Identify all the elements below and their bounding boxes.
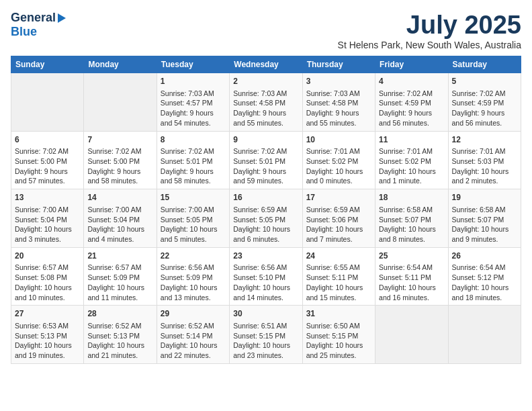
logo-general-text: General	[11, 11, 56, 25]
day-number: 6	[15, 134, 80, 146]
day-number: 8	[161, 134, 226, 146]
day-info: Daylight: 10 hours and 4 minutes.	[87, 224, 152, 244]
day-info: Sunrise: 7:02 AM	[161, 146, 226, 156]
day-info: Sunrise: 7:03 AM	[161, 89, 226, 99]
logo: General Blue	[11, 11, 66, 39]
calendar-cell	[84, 73, 157, 132]
calendar-cell: 12Sunrise: 7:01 AMSunset: 5:03 PMDayligh…	[448, 131, 521, 189]
column-header-saturday: Saturday	[448, 56, 521, 73]
calendar-week-2: 6Sunrise: 7:02 AMSunset: 5:00 PMDaylight…	[11, 131, 521, 189]
day-number: 2	[233, 76, 298, 87]
calendar-cell	[375, 306, 448, 364]
day-info: Sunrise: 7:00 AM	[87, 205, 152, 215]
day-info: Sunrise: 6:57 AM	[15, 263, 80, 273]
calendar-cell: 21Sunrise: 6:57 AMSunset: 5:09 PMDayligh…	[84, 247, 157, 306]
title-block: July 2025 St Helens Park, New South Wale…	[338, 11, 521, 50]
day-info: Sunrise: 6:54 AM	[452, 263, 517, 273]
day-info: Daylight: 10 hours and 7 minutes.	[306, 224, 371, 244]
day-info: Sunset: 5:07 PM	[379, 215, 444, 225]
day-number: 25	[379, 250, 444, 262]
day-number: 18	[379, 192, 444, 203]
day-info: Sunrise: 6:54 AM	[379, 263, 444, 273]
calendar-cell: 2Sunrise: 7:03 AMSunset: 4:58 PMDaylight…	[230, 73, 302, 132]
day-info: Sunrise: 7:02 AM	[87, 146, 152, 156]
column-header-monday: Monday	[84, 56, 157, 73]
calendar-cell: 29Sunrise: 6:52 AMSunset: 5:14 PMDayligh…	[157, 306, 229, 364]
day-number: 23	[233, 250, 298, 262]
logo-arrow-icon	[58, 13, 66, 23]
day-info: Sunset: 4:58 PM	[233, 98, 298, 108]
day-number: 28	[87, 308, 152, 320]
day-info: Daylight: 10 hours and 22 minutes.	[161, 340, 226, 360]
calendar-title: July 2025	[338, 11, 521, 40]
day-number: 20	[15, 250, 80, 262]
calendar-cell: 24Sunrise: 6:55 AMSunset: 5:11 PMDayligh…	[302, 247, 375, 306]
day-info: Daylight: 10 hours and 8 minutes.	[379, 224, 444, 244]
day-number: 11	[379, 134, 444, 146]
day-info: Sunrise: 7:01 AM	[452, 146, 517, 156]
day-info: Sunrise: 7:01 AM	[379, 146, 444, 156]
day-info: Daylight: 10 hours and 15 minutes.	[306, 283, 371, 302]
day-info: Daylight: 10 hours and 14 minutes.	[233, 283, 298, 302]
day-info: Sunset: 5:13 PM	[87, 331, 152, 341]
day-info: Sunrise: 7:02 AM	[379, 89, 444, 99]
day-info: Sunrise: 6:52 AM	[161, 321, 226, 331]
column-header-tuesday: Tuesday	[157, 56, 229, 73]
day-info: Daylight: 10 hours and 10 minutes.	[15, 283, 80, 302]
day-info: Sunset: 5:01 PM	[233, 156, 298, 167]
day-info: Daylight: 9 hours and 55 minutes.	[233, 108, 298, 128]
day-info: Daylight: 9 hours and 58 minutes.	[161, 167, 226, 186]
calendar-week-5: 27Sunrise: 6:53 AMSunset: 5:13 PMDayligh…	[11, 306, 521, 364]
day-info: Daylight: 9 hours and 54 minutes.	[161, 108, 226, 128]
calendar-cell: 30Sunrise: 6:51 AMSunset: 5:15 PMDayligh…	[230, 306, 302, 364]
day-info: Sunset: 5:12 PM	[452, 273, 517, 283]
calendar-cell: 6Sunrise: 7:02 AMSunset: 5:00 PMDaylight…	[11, 131, 84, 189]
day-number: 22	[161, 250, 226, 262]
calendar-cell: 31Sunrise: 6:50 AMSunset: 5:15 PMDayligh…	[302, 306, 375, 364]
calendar-cell: 3Sunrise: 7:03 AMSunset: 4:58 PMDaylight…	[302, 73, 375, 132]
day-info: Sunrise: 6:53 AM	[15, 321, 80, 331]
day-number: 3	[306, 76, 371, 87]
day-info: Daylight: 10 hours and 5 minutes.	[161, 224, 226, 244]
day-info: Sunrise: 6:57 AM	[87, 263, 152, 273]
page-header: General Blue July 2025 St Helens Park, N…	[11, 11, 521, 50]
calendar-header-row: SundayMondayTuesdayWednesdayThursdayFrid…	[11, 56, 521, 73]
day-info: Sunset: 5:11 PM	[379, 273, 444, 283]
day-number: 9	[233, 134, 298, 146]
day-info: Sunset: 5:00 PM	[87, 156, 152, 167]
day-info: Sunrise: 7:02 AM	[233, 146, 298, 156]
day-info: Sunset: 5:15 PM	[306, 331, 371, 341]
calendar-cell: 4Sunrise: 7:02 AMSunset: 4:59 PMDaylight…	[375, 73, 448, 132]
day-info: Sunset: 5:07 PM	[452, 215, 517, 225]
day-info: Sunset: 5:10 PM	[233, 273, 298, 283]
day-info: Sunrise: 6:58 AM	[379, 205, 444, 215]
day-info: Sunset: 4:59 PM	[379, 98, 444, 108]
day-info: Sunrise: 6:56 AM	[161, 263, 226, 273]
day-number: 10	[306, 134, 371, 146]
day-info: Sunrise: 7:00 AM	[15, 205, 80, 215]
day-number: 24	[306, 250, 371, 262]
day-info: Sunset: 5:02 PM	[379, 156, 444, 167]
calendar-subtitle: St Helens Park, New South Wales, Austral…	[338, 40, 521, 50]
day-info: Daylight: 10 hours and 1 minute.	[379, 167, 444, 186]
day-info: Sunset: 5:06 PM	[306, 215, 371, 225]
day-info: Sunset: 5:09 PM	[161, 273, 226, 283]
calendar-table: SundayMondayTuesdayWednesdayThursdayFrid…	[11, 56, 521, 364]
day-info: Daylight: 10 hours and 3 minutes.	[15, 224, 80, 244]
day-info: Sunset: 4:59 PM	[452, 98, 517, 108]
calendar-cell: 18Sunrise: 6:58 AMSunset: 5:07 PMDayligh…	[375, 189, 448, 248]
day-info: Sunset: 5:05 PM	[233, 215, 298, 225]
day-info: Daylight: 9 hours and 56 minutes.	[452, 108, 517, 128]
day-info: Sunrise: 6:55 AM	[306, 263, 371, 273]
day-info: Sunrise: 6:50 AM	[306, 321, 371, 331]
calendar-cell: 28Sunrise: 6:52 AMSunset: 5:13 PMDayligh…	[84, 306, 157, 364]
day-info: Daylight: 10 hours and 0 minutes.	[306, 167, 371, 186]
day-info: Daylight: 10 hours and 25 minutes.	[306, 340, 371, 360]
day-info: Sunset: 5:05 PM	[161, 215, 226, 225]
calendar-week-1: 1Sunrise: 7:03 AMSunset: 4:57 PMDaylight…	[11, 73, 521, 132]
calendar-cell: 22Sunrise: 6:56 AMSunset: 5:09 PMDayligh…	[157, 247, 229, 306]
calendar-cell: 25Sunrise: 6:54 AMSunset: 5:11 PMDayligh…	[375, 247, 448, 306]
day-info: Daylight: 10 hours and 11 minutes.	[87, 283, 152, 302]
day-info: Sunrise: 7:02 AM	[15, 146, 80, 156]
calendar-cell: 19Sunrise: 6:58 AMSunset: 5:07 PMDayligh…	[448, 189, 521, 248]
